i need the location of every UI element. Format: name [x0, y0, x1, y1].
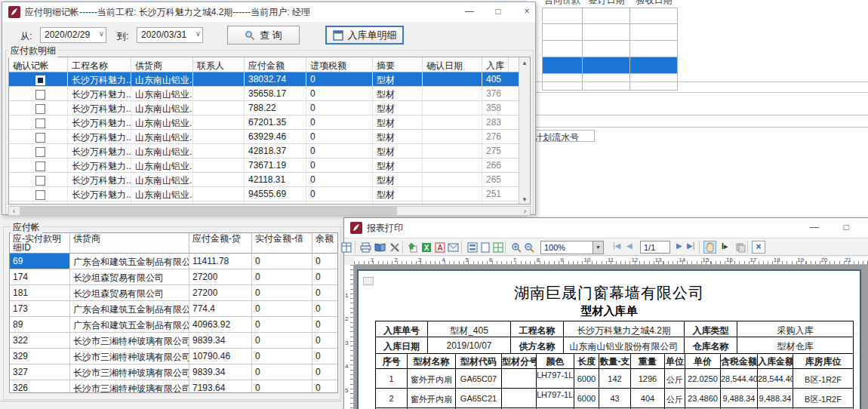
minimize-button[interactable]: — — [803, 218, 826, 237]
send-mail-icon[interactable] — [447, 241, 460, 254]
col-supplier[interactable]: 供货商 — [131, 57, 193, 72]
next-page-button[interactable]: ▶ — [676, 241, 682, 250]
col-detail-id[interactable]: 应-实付款明细ID — [10, 233, 70, 253]
maximize-button[interactable]: □ — [835, 218, 857, 237]
confirm-checkbox[interactable] — [35, 176, 45, 186]
titlebar[interactable]: 报表打印 — □ × — [344, 218, 868, 238]
table-row[interactable]: 181 长沙坦森贸易有限公司 27200 0 0 — [10, 285, 337, 301]
close-button[interactable]: × — [516, 2, 538, 21]
contract-row-selected[interactable] — [542, 57, 678, 74]
col-credit[interactable]: 应付金额-贷 — [189, 233, 252, 253]
table-row[interactable]: 长沙万科魅力... 山东南山铝业... 35658.17 0 型材 376 — [9, 87, 530, 101]
table-row[interactable]: 69 广东合和建筑五金制品有限公司 11411.78 0 0 — [10, 254, 337, 269]
table-row[interactable]: 长沙万科魅力... 山东南山铝业... 42818.37 0 型材 275 — [9, 144, 530, 158]
confirm-checkbox[interactable] — [35, 147, 45, 157]
page-setup-icon[interactable] — [388, 241, 401, 254]
confirm-checkbox[interactable] — [35, 75, 45, 85]
col-tax[interactable]: 进项税额 — [306, 57, 373, 72]
panel-bottom-edge — [0, 401, 341, 401]
chevron-down-icon[interactable]: ∨ — [195, 29, 201, 38]
to-date-combobox[interactable]: 2020/03/31 ∨ — [137, 27, 203, 43]
confirm-checkbox[interactable] — [35, 190, 45, 200]
copy-page-icon[interactable] — [734, 241, 746, 254]
preview-grid-icon[interactable] — [340, 241, 352, 254]
zoom-level-combobox[interactable]: 100% ▼ — [540, 241, 604, 254]
layout-continuous-icon[interactable] — [466, 241, 479, 254]
value-warehouse: 型材仓库 — [737, 337, 854, 354]
col-debit[interactable]: 实付金额-借 — [252, 233, 312, 253]
table-row[interactable]: 329 长沙市三湘特种玻璃有限公司 10790.46 0 0 — [10, 349, 337, 364]
zoom-in-icon[interactable] — [509, 241, 522, 254]
chevron-down-icon[interactable]: ▼ — [593, 241, 603, 254]
col-confirm-date[interactable]: 确认日期 — [423, 57, 482, 72]
confirm-checkbox[interactable] — [35, 90, 45, 100]
close-preview-button[interactable]: × — [752, 241, 765, 254]
minimize-button[interactable]: — — [458, 2, 481, 21]
contract-row[interactable] — [542, 74, 678, 91]
cell-supplier: 长沙市三湘特种玻璃有限公司 — [70, 364, 189, 380]
col-balance[interactable]: 余额 — [312, 233, 338, 253]
table-row[interactable]: 174 长沙坦森贸易有限公司 27200 0 0 — [10, 269, 337, 285]
confirm-checkbox[interactable] — [35, 204, 45, 205]
confirm-checkbox[interactable] — [35, 104, 45, 114]
contract-row[interactable] — [542, 8, 678, 24]
col-inbound[interactable]: 入库 — [482, 57, 509, 72]
table-row[interactable]: 长沙万科魅力... 山东南山铝业... 42118.31 0 型材 265 — [9, 173, 530, 187]
first-page-button[interactable]: |◀ — [613, 241, 620, 250]
contract-row[interactable] — [542, 24, 678, 41]
scroll-down-icon[interactable]: ▼ — [519, 194, 530, 204]
page-number-box[interactable]: 1/1 — [640, 241, 670, 254]
table-row[interactable]: 173 广东合和建筑五金制品有限公司 774.4 0 0 — [10, 301, 337, 317]
table-row[interactable]: 326 长沙市三湘特种玻璃有限公司 7193.64 0 0 — [10, 380, 337, 393]
confirm-checkbox[interactable] — [35, 118, 45, 128]
table-row[interactable]: 长沙万科魅力... 山东南山铝业... 73671.19 0 型材 266 — [9, 158, 530, 173]
cell-summary: 型材 — [373, 101, 423, 115]
from-date-combobox[interactable]: 2020/02/29 ∨ — [40, 27, 106, 43]
titlebar[interactable]: 应付明细记帐------当前工程: 长沙万科魅力之城4.2期------当前用户… — [2, 2, 535, 22]
text-select-tool-icon[interactable]: I▸ — [722, 241, 728, 251]
vertical-scrollbar[interactable]: ▲ ▼ — [519, 57, 530, 204]
hand-tool-icon[interactable] — [703, 241, 716, 254]
inbound-detail-button[interactable]: 入库单明细 — [325, 26, 404, 45]
col-supplier[interactable]: 供货商 — [70, 233, 189, 253]
table-row[interactable]: 89 广东合和建筑五金制品有限公司 40963.92 0 0 — [10, 317, 337, 333]
layout-single-page-icon[interactable] — [479, 241, 491, 254]
export-icon[interactable] — [406, 241, 419, 254]
contract-row[interactable] — [542, 41, 678, 57]
table-row[interactable]: 长沙万科魅力... 山东南山铝业... 94555.69 0 型材 251 — [9, 187, 530, 201]
table-row[interactable]: 长沙万科魅力... 山东南山铝业... 67201.35 0 型材 283 — [9, 115, 530, 130]
col-project[interactable]: 工程名称 — [68, 57, 131, 72]
col-confirm-check[interactable]: 确认记帐 — [9, 57, 68, 72]
print-icon[interactable] — [359, 241, 372, 254]
scroll-right-icon[interactable]: › — [520, 207, 530, 215]
table-row[interactable]: 长沙万科魅力... 山东南山铝业... 788.22 0 型材 358 — [9, 101, 530, 115]
table-row[interactable]: 长沙万科魅力... 山东南山铝业... 38032.74 0 型材 405 — [9, 72, 530, 87]
horizontal-scrollbar[interactable]: ‹ › — [8, 206, 531, 216]
report-preview-area[interactable]: 123456 湖南巨晟门窗幕墙有限公司 型材入库单 入库单号 型材_405 工程… — [344, 265, 868, 409]
book-preview-icon[interactable] — [374, 241, 386, 254]
table-row[interactable]: 长沙万科魅力... 山东南山铝业... 3895.84 0 型材 250 — [9, 201, 530, 204]
zoom-out-icon[interactable] — [522, 241, 535, 254]
col-contact[interactable]: 联系人 — [193, 57, 245, 72]
confirm-checkbox[interactable] — [35, 161, 45, 171]
scroll-left-icon[interactable]: ‹ — [9, 207, 19, 215]
col-amount[interactable]: 应付金额 — [245, 57, 306, 72]
export-pdf-icon[interactable]: A — [433, 241, 446, 254]
query-button[interactable]: 查 询 — [227, 26, 300, 45]
confirm-checkbox[interactable] — [35, 133, 45, 143]
maximize-button[interactable]: □ — [487, 2, 509, 21]
table-row[interactable]: 327 长沙市三湘特种玻璃有限公司 9839.34 0 0 — [10, 364, 337, 380]
table-row[interactable]: 322 长沙市三湘特种玻璃有限公司 9839.34 0 0 — [10, 333, 337, 349]
prev-page-button[interactable]: ◀ — [626, 241, 633, 250]
close-button[interactable]: × — [863, 218, 868, 237]
table-row[interactable]: 长沙万科魅力... 山东南山铝业... 63929.46 0 型材 276 — [9, 130, 530, 144]
scroll-up-icon[interactable]: ▲ — [519, 57, 530, 69]
last-page-button[interactable]: ▶| — [687, 241, 694, 250]
export-excel-icon[interactable]: X — [420, 241, 432, 254]
scrollbar-thumb[interactable] — [20, 207, 397, 215]
chevron-down-icon[interactable]: ∨ — [99, 29, 104, 38]
col-summary[interactable]: 摘要 — [373, 57, 423, 72]
label-order-no: 入库单号 — [375, 321, 428, 337]
cell-detail-id: 89 — [10, 317, 70, 332]
layout-multi-page-icon[interactable] — [491, 241, 504, 254]
